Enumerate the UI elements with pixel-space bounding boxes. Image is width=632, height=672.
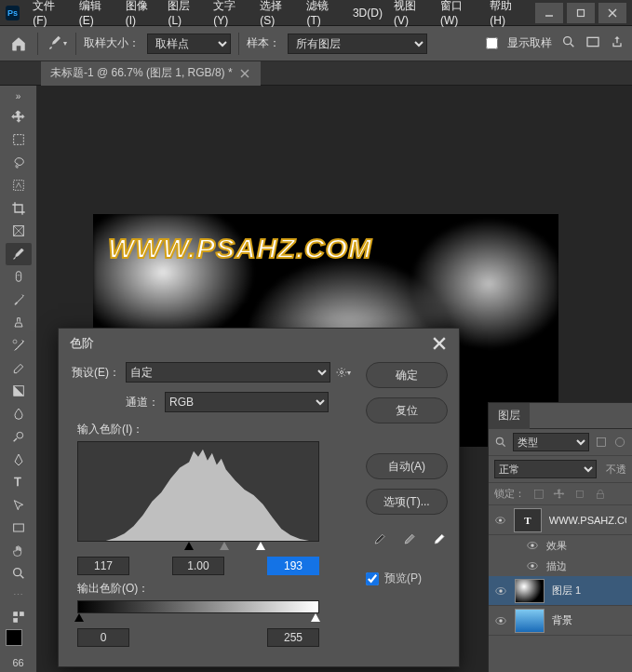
menu-3d[interactable]: 3D(D) bbox=[347, 3, 388, 23]
layer-stroke-row[interactable]: 描边 bbox=[489, 556, 632, 576]
sample-select[interactable]: 所有图层 bbox=[288, 34, 427, 54]
window-close-button[interactable] bbox=[598, 3, 626, 23]
reset-button[interactable]: 复位 bbox=[366, 397, 448, 423]
document-tab[interactable]: 未标题-1 @ 66.7% (图层 1, RGB/8) * bbox=[41, 61, 261, 86]
menu-type[interactable]: 文字(Y) bbox=[208, 0, 254, 31]
input-levels-label: 输入色阶(I)： bbox=[77, 422, 351, 437]
layer-item-raster[interactable]: 图层 1 bbox=[489, 576, 632, 606]
blur-tool[interactable] bbox=[6, 403, 32, 425]
filter-pixel-icon[interactable] bbox=[595, 436, 608, 449]
blend-mode-select[interactable]: 正常 bbox=[494, 460, 597, 478]
menu-layer[interactable]: 图层(L) bbox=[162, 0, 208, 31]
document-tab-bar: 未标题-1 @ 66.7% (图层 1, RGB/8) * bbox=[0, 61, 632, 86]
svg-point-22 bbox=[13, 569, 20, 576]
white-point-eyedropper-icon[interactable] bbox=[429, 531, 448, 550]
brush-tool[interactable] bbox=[6, 289, 32, 311]
sample-size-label: 取样大小： bbox=[84, 35, 140, 51]
input-black-slider[interactable] bbox=[184, 542, 194, 550]
gray-point-eyedropper-icon[interactable] bbox=[399, 531, 418, 550]
black-point-eyedropper-icon[interactable] bbox=[370, 531, 388, 550]
hand-tool[interactable] bbox=[6, 540, 32, 562]
show-ring-checkbox[interactable] bbox=[486, 37, 498, 49]
lasso-tool[interactable] bbox=[6, 152, 32, 174]
preset-settings-icon[interactable]: ▾ bbox=[336, 365, 351, 380]
output-black-field[interactable] bbox=[77, 628, 129, 647]
input-gamma-field[interactable] bbox=[172, 557, 224, 575]
visibility-icon[interactable] bbox=[526, 539, 539, 552]
move-tool[interactable] bbox=[6, 106, 32, 128]
layer-item-background[interactable]: 背景 bbox=[489, 606, 632, 636]
auto-button[interactable]: 自动(A) bbox=[366, 453, 448, 479]
dialog-title: 色阶 bbox=[70, 335, 94, 352]
menu-image[interactable]: 图像(I) bbox=[120, 0, 163, 31]
layer-name: 背景 bbox=[552, 613, 572, 627]
menu-file[interactable]: 文件(F) bbox=[27, 0, 73, 31]
preview-checkbox[interactable] bbox=[366, 572, 379, 585]
input-gamma-slider[interactable] bbox=[220, 542, 229, 550]
gradient-tool[interactable] bbox=[6, 380, 32, 402]
visibility-icon[interactable] bbox=[494, 614, 507, 627]
layer-effects-row[interactable]: 效果 bbox=[489, 535, 632, 556]
eraser-tool[interactable] bbox=[6, 357, 32, 380]
path-select-tool[interactable] bbox=[6, 494, 32, 517]
dialog-close-icon[interactable] bbox=[431, 335, 448, 352]
clone-stamp-tool[interactable] bbox=[6, 312, 32, 334]
eyedropper-icon[interactable]: ▾ bbox=[46, 33, 68, 55]
input-black-field[interactable] bbox=[77, 557, 129, 575]
filter-kind-select[interactable]: 类型 bbox=[513, 433, 589, 451]
svg-rect-10 bbox=[13, 181, 23, 191]
rectangle-tool[interactable] bbox=[6, 517, 32, 540]
menu-window[interactable]: 窗口(W) bbox=[435, 0, 484, 31]
preset-select[interactable]: 自定 bbox=[126, 362, 330, 383]
channel-select[interactable]: RGB bbox=[165, 392, 329, 412]
input-white-slider[interactable] bbox=[256, 542, 265, 550]
menu-filter[interactable]: 滤镜(T) bbox=[301, 0, 346, 31]
options-bar: ▾ 取样大小： 取样点 样本： 所有图层 显示取样 bbox=[0, 26, 632, 61]
lock-position-icon[interactable] bbox=[553, 488, 566, 501]
menu-select[interactable]: 选择(S) bbox=[254, 0, 301, 31]
zoom-level: 66 bbox=[12, 657, 23, 668]
layer-item-text[interactable]: T WWW.PSAHZ.CO bbox=[489, 505, 632, 535]
ok-button[interactable]: 确定 bbox=[366, 362, 448, 388]
output-white-slider[interactable] bbox=[311, 613, 320, 622]
frame-tool[interactable] bbox=[6, 221, 32, 243]
sample-size-select[interactable]: 取样点 bbox=[147, 34, 231, 54]
visibility-icon[interactable] bbox=[526, 559, 539, 572]
pen-tool[interactable] bbox=[6, 449, 32, 471]
quick-select-tool[interactable] bbox=[6, 175, 32, 197]
lock-pixels-icon[interactable] bbox=[532, 488, 545, 501]
visibility-icon[interactable] bbox=[494, 585, 507, 598]
close-tab-icon[interactable] bbox=[240, 68, 251, 79]
lock-all-icon[interactable] bbox=[594, 488, 607, 501]
dodge-tool[interactable] bbox=[6, 425, 32, 448]
marquee-tool[interactable] bbox=[6, 129, 32, 152]
edit-toolbar-icon[interactable] bbox=[6, 606, 32, 628]
search-icon[interactable] bbox=[561, 34, 576, 52]
layers-panel: 图层 类型 正常 不透 锁定： T WWW.PSAHZ.CO 效果 描边 bbox=[488, 402, 632, 672]
output-levels-label: 输出色阶(O)： bbox=[77, 581, 351, 597]
menu-help[interactable]: 帮助(H) bbox=[484, 0, 531, 31]
share-icon[interactable] bbox=[610, 34, 625, 52]
lock-artboard-icon[interactable] bbox=[573, 488, 586, 501]
filter-search-icon[interactable] bbox=[494, 436, 507, 449]
zoom-tool[interactable] bbox=[6, 563, 32, 585]
window-minimize-button[interactable] bbox=[535, 3, 563, 23]
output-black-slider[interactable] bbox=[74, 613, 84, 622]
output-white-field[interactable] bbox=[267, 628, 319, 647]
menu-edit[interactable]: 编辑(E) bbox=[74, 0, 120, 31]
color-swatches[interactable] bbox=[6, 629, 32, 652]
layers-tab[interactable]: 图层 bbox=[489, 402, 530, 429]
home-icon[interactable] bbox=[7, 33, 30, 55]
input-white-field[interactable] bbox=[267, 557, 319, 575]
filter-adj-icon[interactable] bbox=[613, 436, 626, 449]
crop-tool[interactable] bbox=[6, 197, 32, 220]
type-tool[interactable]: T bbox=[6, 472, 32, 494]
visibility-icon[interactable] bbox=[494, 514, 506, 527]
options-button[interactable]: 选项(T)... bbox=[366, 489, 448, 515]
window-maximize-button[interactable] bbox=[567, 3, 595, 23]
history-brush-tool[interactable] bbox=[6, 334, 32, 356]
eyedropper-tool[interactable] bbox=[6, 243, 32, 265]
menu-view[interactable]: 视图(V) bbox=[388, 0, 435, 31]
screen-mode-icon[interactable] bbox=[585, 34, 600, 52]
healing-brush-tool[interactable] bbox=[6, 266, 32, 289]
